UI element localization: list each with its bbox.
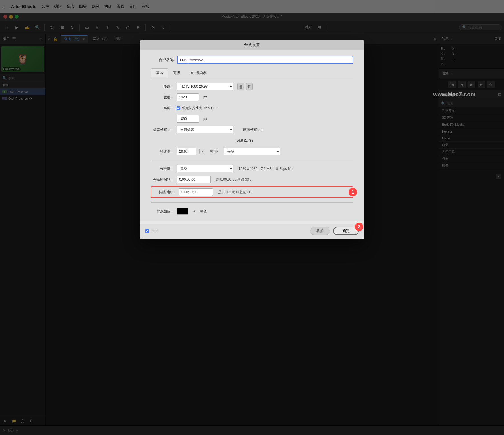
- cancel-button[interactable]: 取消: [310, 227, 330, 235]
- fps-dropdown[interactable]: ▼: [199, 149, 205, 154]
- name-row: 合成名称: [151, 56, 353, 64]
- modal-form: 预设： HDTV 1080 29.97 ▓ 🗑 宽度： px: [151, 82, 353, 215]
- fps-unit: 帧/秒: [210, 149, 218, 154]
- start-tc-info: 是 0;00;00;00 基础 30 ...: [216, 177, 253, 182]
- duration-info: 是 0;00;10;00 基础 30: [218, 190, 251, 195]
- aspect-extra-row: 16:9 (1.78): [151, 137, 353, 145]
- aspect-value-display: 16:9 (1.78): [236, 139, 253, 143]
- height-label: 高度：: [151, 106, 174, 111]
- pixel-ratio-row: 像素长宽比： 方形像素 画面长宽比：: [151, 126, 353, 134]
- separator: [151, 160, 353, 160]
- preset-row: 预设： HDTV 1080 29.97 ▓ 🗑: [151, 82, 353, 90]
- preset-label: 预设：: [151, 84, 174, 89]
- fps-row: 帧速率： ▼ 帧/秒 丢帧: [151, 147, 353, 155]
- duration-input[interactable]: [179, 188, 213, 196]
- bg-name: 黑色: [200, 209, 207, 214]
- resolution-label: 分辨率：: [151, 166, 174, 171]
- modal-overlay: 合成设置 合成名称 基本 高级 3D 渲染器 预设： HDTV 1080 29.…: [0, 0, 504, 435]
- preview-label: 预览: [151, 228, 159, 233]
- lock-label: 锁定长宽比为 16:9 (1....: [182, 106, 218, 111]
- tab-3d[interactable]: 3D 渲染器: [185, 68, 212, 78]
- modal-dialog: 合成设置 合成名称 基本 高级 3D 渲染器 预设： HDTV 1080 29.…: [140, 40, 364, 239]
- duration-label: 持续时间：: [153, 190, 176, 195]
- name-label: 合成名称: [151, 57, 174, 62]
- height-row: px: [151, 115, 353, 123]
- eyedropper-icon[interactable]: ⚲: [192, 209, 195, 214]
- preset-save-btn[interactable]: ▓: [237, 83, 244, 90]
- tab-basic[interactable]: 基本: [151, 68, 168, 78]
- tab-advanced[interactable]: 高级: [168, 68, 185, 78]
- duration-highlight-box: 持续时间： 是 0;00;10;00 基础 30 1: [151, 186, 353, 198]
- watermark: www.MacZ.com: [433, 91, 476, 98]
- modal-footer: 预览 取消 确定 2: [140, 224, 364, 239]
- aspect-label: 画面长宽比：: [241, 127, 264, 132]
- pixel-ratio-select[interactable]: 方形像素: [177, 126, 233, 133]
- pixel-ratio-label: 像素长宽比：: [151, 127, 174, 132]
- resolution-row: 分辨率： 完整 1920 x 1080，7.9 MB（每 8bpc 帧）: [151, 165, 353, 173]
- separator2: [151, 202, 353, 203]
- width-label: 宽度：: [151, 95, 174, 100]
- drop-select[interactable]: 丢帧: [224, 148, 280, 155]
- duration-row: 持续时间： 是 0;00;10;00 基础 30: [153, 188, 351, 196]
- bg-label: 背景颜色：: [151, 209, 174, 214]
- footer-left: 预览: [145, 228, 159, 233]
- footer-right: 取消 确定 2: [310, 227, 359, 235]
- lock-row: 高度： 锁定长宽比为 16:9 (1....: [151, 104, 353, 112]
- modal-tabs: 基本 高级 3D 渲染器: [151, 68, 353, 78]
- lock-checkbox[interactable]: [177, 106, 180, 110]
- start-tc-input[interactable]: [177, 176, 211, 183]
- width-input[interactable]: [177, 93, 199, 101]
- name-input[interactable]: [177, 56, 353, 64]
- width-row: 宽度： px: [151, 93, 353, 101]
- modal-title: 合成设置: [140, 40, 364, 50]
- step-1-circle: 1: [349, 188, 357, 196]
- preview-checkbox[interactable]: [145, 229, 149, 233]
- modal-body: 合成名称 基本 高级 3D 渲染器 预设： HDTV 1080 29.97: [140, 50, 364, 221]
- fps-label: 帧速率：: [151, 149, 174, 154]
- preset-select[interactable]: HDTV 1080 29.97: [177, 83, 233, 90]
- preset-delete-btn[interactable]: 🗑: [246, 83, 253, 90]
- resolution-info: 1920 x 1080，7.9 MB（每 8bpc 帧）: [239, 166, 295, 171]
- ok-button-container: 确定 2: [333, 227, 359, 235]
- bg-row: 背景颜色： ⚲ 黑色: [151, 207, 353, 215]
- height-unit: px: [203, 117, 207, 121]
- lock-checkbox-row: 锁定长宽比为 16:9 (1....: [177, 106, 218, 111]
- step-2-circle: 2: [355, 223, 363, 231]
- width-unit: px: [203, 95, 207, 99]
- start-tc-row: 开始时间码： 是 0;00;00;00 基础 30 ...: [151, 176, 353, 184]
- resolution-select[interactable]: 完整: [177, 165, 233, 172]
- start-tc-label: 开始时间码：: [151, 177, 174, 182]
- height-input[interactable]: [177, 115, 199, 123]
- fps-input[interactable]: [177, 148, 196, 155]
- bg-color-swatch[interactable]: [177, 208, 188, 215]
- preset-icons: ▓ 🗑: [237, 83, 253, 90]
